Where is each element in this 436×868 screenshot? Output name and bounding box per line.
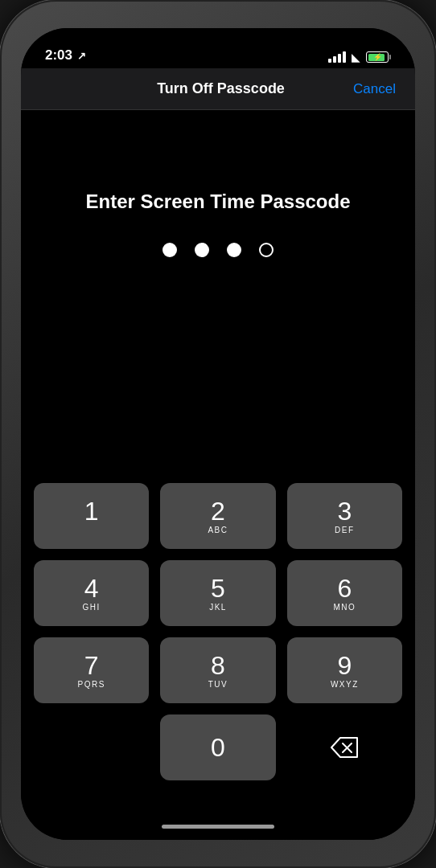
- battery-icon: ⚡: [366, 51, 391, 63]
- time-text: 2:03: [45, 47, 72, 63]
- key-2-number: 2: [211, 498, 225, 524]
- passcode-dots: [162, 243, 274, 257]
- key-7[interactable]: 7 PQRS: [34, 637, 149, 703]
- key-empty: [34, 714, 149, 780]
- key-1-number: 1: [84, 498, 99, 524]
- key-3-letters: DEF: [335, 526, 355, 534]
- key-1[interactable]: 1: [34, 483, 149, 549]
- key-4-number: 4: [84, 575, 99, 601]
- key-2-letters: ABC: [208, 526, 228, 534]
- delete-button[interactable]: [287, 714, 402, 780]
- signal-icon: [328, 51, 346, 63]
- delete-icon: [330, 736, 359, 759]
- signal-bar-1: [328, 59, 331, 63]
- nav-title: Turn Off Passcode: [88, 80, 353, 97]
- status-time: 2:03: [45, 47, 86, 63]
- dot-1: [162, 243, 177, 257]
- dot-2: [195, 243, 209, 257]
- home-indicator: [21, 813, 415, 840]
- phone-screen: 2:03 ◣ ⚡: [21, 28, 415, 840]
- wifi-icon: ◣: [352, 51, 360, 63]
- key-3[interactable]: 3 DEF: [287, 483, 402, 549]
- key-5-letters: JKL: [209, 603, 227, 612]
- key-9-number: 9: [337, 653, 352, 678]
- signal-bar-3: [338, 54, 341, 63]
- key-7-letters: PQRS: [77, 680, 105, 689]
- battery-bolt: ⚡: [373, 53, 382, 61]
- key-4-letters: GHI: [83, 603, 101, 612]
- keypad-bottom-row: 0: [34, 714, 402, 780]
- key-4[interactable]: 4 GHI: [34, 560, 149, 626]
- key-6-letters: MNO: [333, 603, 356, 612]
- key-0[interactable]: 0: [160, 714, 275, 780]
- key-2[interactable]: 2 ABC: [160, 483, 275, 549]
- key-8-letters: TUV: [208, 680, 228, 689]
- status-icons: ◣ ⚡: [328, 51, 391, 63]
- cancel-button[interactable]: Cancel: [353, 81, 396, 97]
- key-6-number: 6: [337, 575, 352, 601]
- phone-frame: 2:03 ◣ ⚡: [0, 0, 436, 868]
- prompt-title: Enter Screen Time Passcode: [85, 190, 350, 214]
- key-0-number: 0: [211, 735, 225, 760]
- key-9[interactable]: 9 WXYZ: [287, 637, 402, 703]
- dot-3: [227, 243, 241, 257]
- home-bar[interactable]: [162, 825, 274, 829]
- key-5[interactable]: 5 JKL: [160, 560, 275, 626]
- key-5-number: 5: [211, 575, 225, 601]
- main-content: Enter Screen Time Passcode: [21, 110, 415, 483]
- signal-bar-2: [333, 56, 336, 63]
- notch: [154, 28, 282, 55]
- key-9-letters: WXYZ: [331, 680, 359, 689]
- key-1-letters: [90, 526, 93, 534]
- dot-4: [259, 243, 274, 257]
- signal-bar-4: [343, 51, 346, 63]
- key-6[interactable]: 6 MNO: [287, 560, 402, 626]
- key-7-number: 7: [84, 653, 99, 678]
- location-icon: [77, 50, 86, 62]
- key-3-number: 3: [337, 498, 352, 524]
- navigation-bar: Turn Off Passcode Cancel: [21, 68, 415, 110]
- key-8-number: 8: [211, 653, 225, 678]
- keypad-grid: 1 2 ABC 3 DEF 4 GHI 5 JKL: [34, 483, 402, 703]
- keypad: 1 2 ABC 3 DEF 4 GHI 5 JKL: [21, 483, 415, 813]
- key-8[interactable]: 8 TUV: [160, 637, 275, 703]
